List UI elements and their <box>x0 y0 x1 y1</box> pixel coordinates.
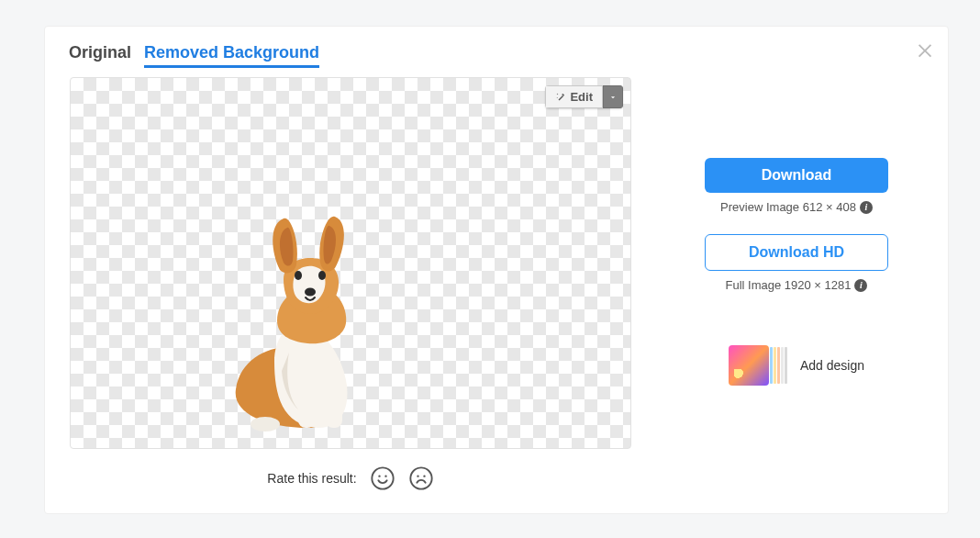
result-preview: Edit <box>70 77 631 449</box>
rate-bad[interactable] <box>408 465 434 491</box>
svg-rect-0 <box>298 397 315 428</box>
rate-row: Rate this result: <box>267 465 433 491</box>
rate-label: Rate this result: <box>267 471 356 486</box>
info-icon[interactable]: i <box>854 279 867 292</box>
design-thumb-icon <box>729 345 789 386</box>
download-button[interactable]: Download <box>705 158 888 193</box>
edit-button-group: Edit <box>545 85 623 108</box>
right-column: Download Preview Image 612 × 408 i Downl… <box>669 77 924 386</box>
subject-corgi <box>190 215 429 435</box>
tab-original[interactable]: Original <box>69 43 131 68</box>
chevron-down-icon <box>608 93 618 102</box>
edit-dropdown[interactable] <box>603 85 623 108</box>
left-column: Edit Rate this result: <box>69 77 632 491</box>
tabs: Original Removed Background <box>69 43 924 68</box>
svg-point-2 <box>295 271 302 280</box>
svg-point-6 <box>372 467 393 488</box>
svg-point-4 <box>305 288 316 297</box>
svg-point-10 <box>417 476 418 477</box>
tab-removed-background[interactable]: Removed Background <box>144 43 319 68</box>
edit-button[interactable]: Edit <box>545 85 603 108</box>
content-columns: Edit Rate this result: <box>69 77 924 491</box>
svg-point-3 <box>318 271 326 280</box>
svg-point-9 <box>410 467 431 488</box>
edit-label: Edit <box>570 90 593 104</box>
info-icon[interactable]: i <box>860 201 873 214</box>
add-design-label: Add design <box>800 358 864 373</box>
svg-point-7 <box>378 476 380 477</box>
svg-point-11 <box>423 476 425 477</box>
close-icon <box>915 39 935 60</box>
svg-point-8 <box>384 476 386 477</box>
rate-good[interactable] <box>370 465 395 491</box>
svg-point-5 <box>251 417 280 432</box>
close-button[interactable] <box>915 39 935 63</box>
result-card: Original Removed Background <box>44 26 949 514</box>
preview-meta-text: Preview Image 612 × 408 <box>720 200 856 214</box>
svg-rect-1 <box>326 397 342 428</box>
preview-meta: Preview Image 612 × 408 i <box>720 200 873 214</box>
full-meta-text: Full Image 1920 × 1281 <box>726 278 852 292</box>
download-hd-button[interactable]: Download HD <box>705 234 888 271</box>
add-design-button[interactable]: Add design <box>729 345 864 386</box>
wand-icon <box>555 92 566 103</box>
full-meta: Full Image 1920 × 1281 i <box>726 278 868 292</box>
